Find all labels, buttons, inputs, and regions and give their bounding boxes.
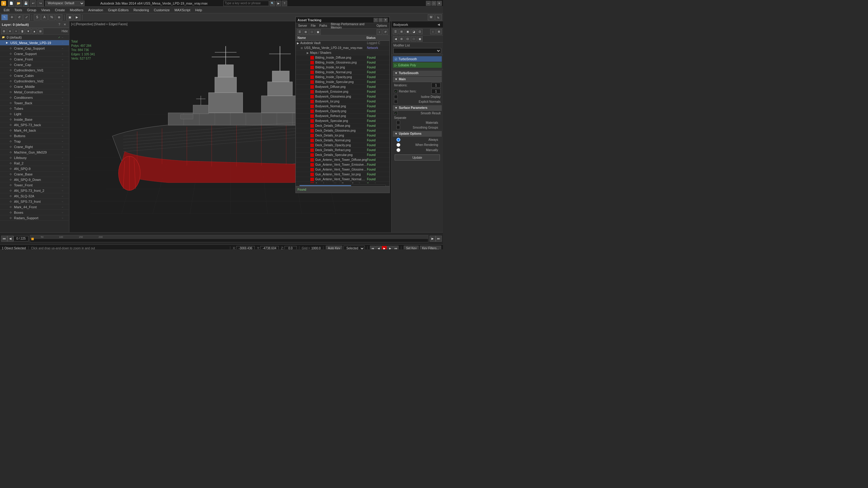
mod-btn3[interactable]: ⊡ [405, 36, 410, 42]
render-iters-input[interactable] [431, 89, 440, 94]
layer-item[interactable]: ◇Tubes·· [0, 106, 69, 111]
layer-item[interactable]: ◇Crane_Support·· [0, 51, 69, 57]
layer-item[interactable]: ◇Rail_2·· [0, 161, 69, 166]
layer-item[interactable]: ◇Mark_44_Front·· [0, 204, 69, 210]
layer-item[interactable]: ◇AN_SPS-73_back·· [0, 122, 69, 128]
layer-item[interactable]: ◇Crane_Base·· [0, 171, 69, 177]
asset-list-item[interactable]: Bodywork_Emissive.pngFound [296, 89, 390, 94]
layer-item[interactable]: ◇Inside_Base·· [0, 117, 69, 122]
when-rendering-radio[interactable] [396, 143, 400, 147]
workspace-dropdown[interactable]: Workspace: Default [45, 1, 85, 6]
layer-item[interactable]: ◇Lifebuoy·· [0, 155, 69, 161]
new-btn[interactable]: 📄 [8, 0, 14, 6]
turbosm-item[interactable]: ☑ TurboSmooth [393, 56, 442, 62]
smooth-result-check[interactable]: ✓ [394, 111, 398, 115]
menu-modifiers[interactable]: Modifiers [67, 8, 86, 12]
layer-item[interactable]: ◇Mark_44_back·· [0, 128, 69, 133]
layer-item[interactable]: ◇Crane_Cap_Support·· [0, 45, 69, 51]
quick-render[interactable]: ▶ [74, 14, 80, 20]
menu-graph-editors[interactable]: Graph Editors [105, 8, 131, 12]
material-editor-btn[interactable]: M [428, 14, 434, 20]
asset-list-item[interactable]: Gun_Antenn_Vent_Tower_Emissive.pngFound [296, 162, 390, 167]
pb-prev[interactable]: ◀ [376, 246, 381, 250]
pb-play[interactable]: ▶ [381, 246, 387, 250]
render-iters-check[interactable]: ✓ [394, 89, 398, 93]
asset-list-item[interactable]: Bilding_Inside_Glossiness.pngFound [296, 60, 390, 65]
asset-list-item[interactable]: Bodywork_Refract.pngFound [296, 114, 390, 119]
layer-item[interactable]: ◇AN_SPS-73_front_2·· [0, 188, 69, 193]
asset-tool4[interactable]: ▣ [315, 29, 321, 35]
asset-min-btn[interactable]: ─ [374, 18, 378, 22]
asset-menu-paths[interactable]: Paths [318, 24, 329, 27]
surface-params-header[interactable]: ▼ Surface Parameters [393, 105, 442, 111]
angle-snap[interactable]: A [41, 14, 48, 20]
asset-list-item[interactable]: Deck_Details_Opacity.pngFound [296, 143, 390, 148]
asset-root-item[interactable]: ▶Autodesk VaultLogged C [296, 41, 390, 45]
asset-list-item[interactable]: Deck_Details_Specular.pngFound [296, 153, 390, 158]
layer-item[interactable]: ◇AN_SPQ-9_Down·· [0, 177, 69, 183]
asset-tool5[interactable]: ↕ [377, 29, 382, 35]
asset-list-item[interactable]: Deck_Details_lor.pngFound [296, 133, 390, 138]
asset-tool1[interactable]: ☰ [297, 29, 302, 35]
select-btn[interactable]: ↖ [1, 14, 8, 20]
asset-list-item[interactable]: Bilding_Inside_Diffuse.pngFound [296, 55, 390, 60]
snap-toggle[interactable]: S [34, 14, 40, 20]
layer-item[interactable]: ◇Crane_Right·· [0, 144, 69, 150]
layer-add-btn[interactable]: + [13, 29, 19, 34]
help-icon[interactable]: ? [282, 1, 287, 6]
percent-snap[interactable]: % [49, 14, 55, 20]
menu-rendering[interactable]: Rendering [131, 8, 152, 12]
asset-list-item[interactable]: Gun_Antenn_Vent_Tower_Glossiness.pngFoun… [296, 167, 390, 172]
asset-list-item[interactable]: Bilding_Inside_Normal.pngFound [296, 70, 390, 75]
layer-item[interactable]: ▶USS_Mesa_Verde_LPD-19·· [0, 40, 69, 45]
move-btn[interactable]: ✛ [8, 14, 15, 20]
editable-poly-item[interactable]: ▷ Editable Poly [393, 62, 442, 68]
layer-btn7[interactable]: ⊞ [38, 29, 43, 34]
smoothing-groups-check[interactable] [396, 126, 400, 129]
menu-edit[interactable]: Edit [1, 8, 12, 12]
time-display[interactable]: 0 / 225 [13, 236, 29, 241]
menu-group[interactable]: Group [25, 8, 39, 12]
layer-item[interactable]: ◇Cydrocilinders_Vol1·· [0, 67, 69, 73]
isoline-check[interactable] [394, 95, 398, 99]
menu-create[interactable]: Create [52, 8, 67, 12]
mod-icon5[interactable]: ⊡ [417, 29, 423, 34]
next-frame-btn[interactable]: ▶ [430, 236, 436, 242]
search-next-btn[interactable]: ▶ [276, 1, 281, 6]
turbosmooth-header[interactable]: ▼ TurboSmooth [393, 70, 442, 76]
selected-dropdown[interactable]: Selected [343, 246, 365, 250]
layer-item[interactable]: 📁0 (default)✓·· [0, 35, 69, 40]
asset-list-item[interactable]: Deck_Details_Refract.pngFound [296, 148, 390, 153]
asset-tool6[interactable]: ↺ [383, 29, 388, 35]
update-options-header[interactable]: ▼ Update Options [393, 131, 442, 136]
layer-item[interactable]: ◇Conditioners·· [0, 95, 69, 100]
mod-icon3[interactable]: ▣ [405, 29, 410, 34]
pb-end[interactable]: ⏭ [393, 246, 399, 250]
asset-list-item[interactable]: Gun_Antenn_Vent_Tower_Diffuse.pngFound [296, 158, 390, 162]
asset-file-item[interactable]: ⊞USS_Mesa_Verde_LPD-19_max_vray.maxNetwo… [296, 45, 390, 51]
layer-item[interactable]: ◇Crane_Cabin·· [0, 73, 69, 78]
pb-next[interactable]: ▶ [387, 246, 393, 250]
explicit-normals-check[interactable] [394, 100, 398, 103]
asset-menu-file[interactable]: File [309, 24, 317, 27]
asset-maps-group[interactable]: ▶Maps / Shaders [296, 51, 390, 55]
asset-menu-options[interactable]: Options [375, 24, 388, 27]
set-key-btn[interactable]: Set Key [404, 246, 418, 250]
menu-customize[interactable]: Customize [152, 8, 172, 12]
layer-item[interactable]: ◇AN_SPS-73_front·· [0, 199, 69, 204]
go-end-btn[interactable]: ⏭ [436, 236, 442, 242]
asset-list-item[interactable]: Gun_Antenn_Vent_Tower_Normal.pngFound [296, 177, 390, 182]
menu-animation[interactable]: Animation [86, 8, 105, 12]
asset-list-item[interactable]: Bodywork_Diffuse.pngFound [296, 85, 390, 89]
layer-item[interactable]: ◇AN_SLQ-32A·· [0, 193, 69, 199]
rotate-btn[interactable]: ↺ [16, 14, 23, 20]
layer-item[interactable]: ◇Crane_Middle·· [0, 84, 69, 89]
materials-check[interactable] [396, 121, 400, 124]
mirror-btn[interactable]: ⊾ [435, 14, 442, 20]
modifier-panel-expand[interactable]: ◀ [436, 22, 441, 27]
mod-btn1[interactable]: ◀ [393, 36, 398, 42]
mod-icon1[interactable]: ☰ [393, 29, 398, 34]
manually-radio[interactable] [396, 148, 400, 152]
layer-settings-btn[interactable]: ⚙ [1, 29, 7, 34]
timeline-marker[interactable] [31, 238, 34, 240]
